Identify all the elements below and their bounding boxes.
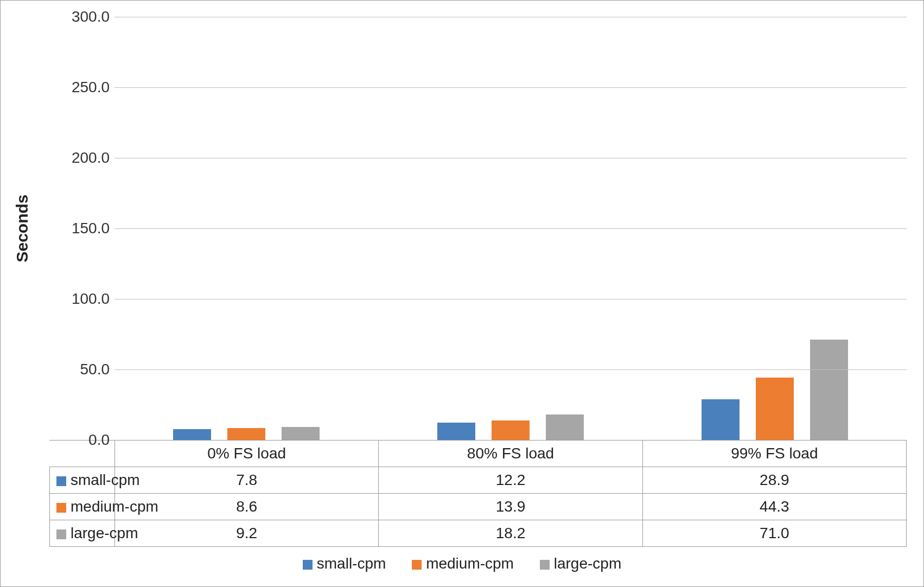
square-icon — [56, 476, 66, 486]
table-rowhead: small-cpm — [50, 467, 115, 494]
bar-small-cpm — [702, 399, 740, 440]
gridline — [114, 228, 907, 229]
bar-large-cpm — [810, 340, 848, 440]
y-tick-label: 150.0 — [55, 220, 110, 237]
gridline — [114, 17, 907, 17]
y-tick-label: 100.0 — [55, 290, 110, 308]
gridline — [114, 369, 907, 370]
row-label: small-cpm — [71, 471, 140, 488]
row-label: medium-cpm — [71, 498, 158, 515]
table-row: small-cpm 7.8 12.2 28.9 — [50, 467, 907, 494]
table-cell: 12.2 — [379, 467, 642, 494]
table-cell: 18.2 — [379, 520, 642, 547]
square-icon — [412, 560, 422, 570]
table-rowhead: medium-cpm — [50, 494, 115, 520]
data-table: 0% FS load 80% FS load 99% FS load small… — [49, 440, 907, 547]
bar-medium-cpm — [756, 378, 794, 440]
bar-medium-cpm — [227, 428, 265, 440]
bar-medium-cpm — [492, 420, 530, 440]
gridline — [114, 87, 907, 88]
table-cell: 9.2 — [115, 520, 379, 547]
table-cell: 13.9 — [379, 494, 642, 520]
table-header-cell: 99% FS load — [642, 441, 906, 467]
table-row: large-cpm 9.2 18.2 71.0 — [50, 520, 907, 547]
bar-small-cpm — [437, 423, 475, 440]
legend-item: small-cpm — [303, 555, 386, 572]
plot-area — [114, 17, 907, 440]
gridline — [114, 158, 907, 158]
bar-large-cpm — [282, 427, 320, 440]
legend-item: large-cpm — [540, 555, 621, 572]
y-tick-label: 200.0 — [55, 149, 110, 167]
square-icon — [56, 529, 66, 539]
y-tick-label: 300.0 — [55, 8, 110, 25]
y-tick-label: 250.0 — [55, 79, 110, 96]
y-axis-label: Seconds — [13, 194, 31, 262]
square-icon — [56, 503, 66, 513]
table-cell: 44.3 — [642, 494, 906, 520]
legend-label: large-cpm — [554, 555, 621, 572]
bar-small-cpm — [173, 429, 211, 440]
y-tick-label: 0.0 — [55, 431, 110, 449]
legend-item: medium-cpm — [412, 555, 514, 572]
table-cell: 28.9 — [642, 467, 906, 494]
table-row: medium-cpm 8.6 13.9 44.3 — [50, 494, 907, 520]
table-header-row: 0% FS load 80% FS load 99% FS load — [50, 441, 907, 467]
table-rowhead: large-cpm — [50, 520, 115, 547]
bar-large-cpm — [546, 414, 584, 440]
table-cell: 71.0 — [642, 520, 906, 547]
row-label: large-cpm — [71, 525, 138, 541]
table-cell: 7.8 — [115, 467, 379, 494]
legend-label: medium-cpm — [426, 555, 514, 572]
square-icon — [303, 560, 313, 570]
y-tick-label: 50.0 — [55, 361, 110, 378]
legend-label: small-cpm — [317, 555, 386, 572]
square-icon — [540, 560, 550, 570]
gridline — [114, 299, 907, 299]
legend: small-cpm medium-cpm large-cpm — [1, 555, 923, 572]
table-header-cell: 80% FS load — [379, 441, 642, 467]
chart-container: Seconds 0% FS load 80% FS load 99% FS lo… — [0, 0, 924, 587]
table-header-cell: 0% FS load — [115, 441, 379, 467]
